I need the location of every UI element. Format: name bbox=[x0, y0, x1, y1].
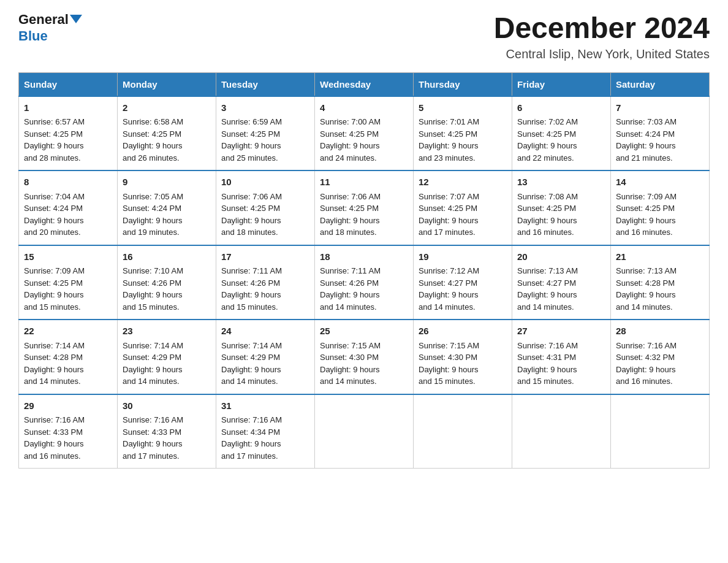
day-info: Sunrise: 6:57 AMSunset: 4:25 PMDaylight:… bbox=[24, 117, 85, 163]
table-row: 5 Sunrise: 7:01 AMSunset: 4:25 PMDayligh… bbox=[414, 96, 512, 171]
day-info: Sunrise: 7:14 AMSunset: 4:29 PMDaylight:… bbox=[123, 341, 183, 386]
day-info: Sunrise: 7:15 AMSunset: 4:30 PMDaylight:… bbox=[320, 341, 381, 386]
day-number: 29 bbox=[24, 399, 112, 413]
table-row bbox=[315, 394, 414, 469]
table-row: 16 Sunrise: 7:10 AMSunset: 4:26 PMDaylig… bbox=[118, 245, 216, 320]
day-info: Sunrise: 7:00 AMSunset: 4:25 PMDaylight:… bbox=[320, 117, 381, 163]
table-row bbox=[611, 394, 710, 469]
day-number: 12 bbox=[419, 175, 507, 190]
table-row: 24 Sunrise: 7:14 AMSunset: 4:29 PMDaylig… bbox=[216, 320, 315, 394]
day-info: Sunrise: 7:11 AMSunset: 4:26 PMDaylight:… bbox=[320, 266, 381, 312]
day-number: 9 bbox=[123, 175, 211, 190]
day-number: 10 bbox=[221, 175, 309, 190]
day-info: Sunrise: 7:12 AMSunset: 4:27 PMDaylight:… bbox=[419, 266, 479, 312]
page-header: General Blue December 2024 Central Islip… bbox=[18, 12, 710, 61]
logo-general: General bbox=[18, 12, 69, 27]
day-number: 18 bbox=[320, 250, 408, 264]
day-number: 16 bbox=[123, 250, 211, 264]
day-number: 6 bbox=[517, 101, 605, 115]
day-number: 7 bbox=[616, 101, 704, 115]
day-number: 31 bbox=[221, 399, 309, 413]
table-row: 22 Sunrise: 7:14 AMSunset: 4:28 PMDaylig… bbox=[19, 320, 118, 394]
day-info: Sunrise: 7:08 AMSunset: 4:25 PMDaylight:… bbox=[517, 192, 578, 237]
day-number: 19 bbox=[419, 250, 507, 264]
calendar-table: Sunday Monday Tuesday Wednesday Thursday… bbox=[18, 72, 710, 469]
header-tuesday: Tuesday bbox=[216, 72, 315, 96]
day-info: Sunrise: 7:13 AMSunset: 4:27 PMDaylight:… bbox=[517, 266, 578, 312]
table-row: 8 Sunrise: 7:04 AMSunset: 4:24 PMDayligh… bbox=[19, 170, 118, 245]
table-row: 31 Sunrise: 7:16 AMSunset: 4:34 PMDaylig… bbox=[216, 394, 315, 469]
day-info: Sunrise: 6:58 AMSunset: 4:25 PMDaylight:… bbox=[123, 117, 183, 163]
table-row: 9 Sunrise: 7:05 AMSunset: 4:24 PMDayligh… bbox=[118, 170, 216, 245]
day-info: Sunrise: 7:14 AMSunset: 4:28 PMDaylight:… bbox=[24, 341, 85, 386]
day-number: 14 bbox=[616, 175, 704, 190]
day-info: Sunrise: 7:06 AMSunset: 4:25 PMDaylight:… bbox=[320, 192, 381, 237]
table-row: 21 Sunrise: 7:13 AMSunset: 4:28 PMDaylig… bbox=[611, 245, 710, 320]
day-number: 21 bbox=[616, 250, 704, 264]
table-row: 18 Sunrise: 7:11 AMSunset: 4:26 PMDaylig… bbox=[315, 245, 414, 320]
day-info: Sunrise: 7:09 AMSunset: 4:25 PMDaylight:… bbox=[616, 192, 677, 237]
day-info: Sunrise: 7:16 AMSunset: 4:33 PMDaylight:… bbox=[24, 415, 85, 461]
day-info: Sunrise: 7:11 AMSunset: 4:26 PMDaylight:… bbox=[221, 266, 282, 312]
location-subtitle: Central Islip, New York, United States bbox=[494, 47, 710, 61]
day-info: Sunrise: 7:10 AMSunset: 4:26 PMDaylight:… bbox=[123, 266, 183, 312]
table-row: 6 Sunrise: 7:02 AMSunset: 4:25 PMDayligh… bbox=[512, 96, 611, 171]
table-row: 30 Sunrise: 7:16 AMSunset: 4:33 PMDaylig… bbox=[118, 394, 216, 469]
day-info: Sunrise: 7:15 AMSunset: 4:30 PMDaylight:… bbox=[419, 341, 479, 386]
calendar-week-row: 29 Sunrise: 7:16 AMSunset: 4:33 PMDaylig… bbox=[19, 394, 710, 469]
day-number: 27 bbox=[517, 324, 605, 339]
day-info: Sunrise: 7:03 AMSunset: 4:24 PMDaylight:… bbox=[616, 117, 677, 163]
calendar-week-row: 22 Sunrise: 7:14 AMSunset: 4:28 PMDaylig… bbox=[19, 320, 710, 394]
title-area: December 2024 Central Islip, New York, U… bbox=[494, 12, 710, 61]
table-row: 26 Sunrise: 7:15 AMSunset: 4:30 PMDaylig… bbox=[414, 320, 512, 394]
table-row: 15 Sunrise: 7:09 AMSunset: 4:25 PMDaylig… bbox=[19, 245, 118, 320]
day-info: Sunrise: 7:16 AMSunset: 4:34 PMDaylight:… bbox=[221, 415, 282, 461]
day-number: 20 bbox=[517, 250, 605, 264]
header-wednesday: Wednesday bbox=[315, 72, 414, 96]
table-row: 4 Sunrise: 7:00 AMSunset: 4:25 PMDayligh… bbox=[315, 96, 414, 171]
table-row bbox=[414, 394, 512, 469]
day-number: 24 bbox=[221, 324, 309, 339]
table-row: 2 Sunrise: 6:58 AMSunset: 4:25 PMDayligh… bbox=[118, 96, 216, 171]
table-row: 10 Sunrise: 7:06 AMSunset: 4:25 PMDaylig… bbox=[216, 170, 315, 245]
logo-blue-text: Blue bbox=[18, 28, 48, 44]
day-number: 4 bbox=[320, 101, 408, 115]
logo-triangle-icon bbox=[70, 15, 82, 23]
day-info: Sunrise: 7:16 AMSunset: 4:33 PMDaylight:… bbox=[123, 415, 183, 461]
table-row: 28 Sunrise: 7:16 AMSunset: 4:32 PMDaylig… bbox=[611, 320, 710, 394]
day-info: Sunrise: 7:05 AMSunset: 4:24 PMDaylight:… bbox=[123, 192, 183, 237]
calendar-week-row: 8 Sunrise: 7:04 AMSunset: 4:24 PMDayligh… bbox=[19, 170, 710, 245]
day-info: Sunrise: 7:09 AMSunset: 4:25 PMDaylight:… bbox=[24, 266, 85, 312]
day-info: Sunrise: 7:16 AMSunset: 4:31 PMDaylight:… bbox=[517, 341, 578, 386]
day-number: 15 bbox=[24, 250, 112, 264]
day-number: 13 bbox=[517, 175, 605, 190]
day-number: 3 bbox=[221, 101, 309, 115]
day-number: 1 bbox=[24, 101, 112, 115]
day-number: 30 bbox=[123, 399, 211, 413]
day-info: Sunrise: 7:06 AMSunset: 4:25 PMDaylight:… bbox=[221, 192, 282, 237]
table-row: 14 Sunrise: 7:09 AMSunset: 4:25 PMDaylig… bbox=[611, 170, 710, 245]
day-number: 26 bbox=[419, 324, 507, 339]
table-row: 3 Sunrise: 6:59 AMSunset: 4:25 PMDayligh… bbox=[216, 96, 315, 171]
day-info: Sunrise: 7:01 AMSunset: 4:25 PMDaylight:… bbox=[419, 117, 479, 163]
day-number: 2 bbox=[123, 101, 211, 115]
table-row: 12 Sunrise: 7:07 AMSunset: 4:25 PMDaylig… bbox=[414, 170, 512, 245]
table-row: 7 Sunrise: 7:03 AMSunset: 4:24 PMDayligh… bbox=[611, 96, 710, 171]
header-sunday: Sunday bbox=[19, 72, 118, 96]
day-number: 28 bbox=[616, 324, 704, 339]
table-row: 13 Sunrise: 7:08 AMSunset: 4:25 PMDaylig… bbox=[512, 170, 611, 245]
day-number: 5 bbox=[419, 101, 507, 115]
logo: General Blue bbox=[18, 12, 82, 44]
table-row: 20 Sunrise: 7:13 AMSunset: 4:27 PMDaylig… bbox=[512, 245, 611, 320]
day-info: Sunrise: 7:13 AMSunset: 4:28 PMDaylight:… bbox=[616, 266, 677, 312]
day-number: 22 bbox=[24, 324, 112, 339]
day-number: 25 bbox=[320, 324, 408, 339]
day-info: Sunrise: 6:59 AMSunset: 4:25 PMDaylight:… bbox=[221, 117, 282, 163]
day-info: Sunrise: 7:02 AMSunset: 4:25 PMDaylight:… bbox=[517, 117, 578, 163]
header-thursday: Thursday bbox=[414, 72, 512, 96]
calendar-week-row: 1 Sunrise: 6:57 AMSunset: 4:25 PMDayligh… bbox=[19, 96, 710, 171]
logo-blue: Blue bbox=[18, 28, 48, 44]
table-row bbox=[512, 394, 611, 469]
day-info: Sunrise: 7:16 AMSunset: 4:32 PMDaylight:… bbox=[616, 341, 677, 386]
table-row: 23 Sunrise: 7:14 AMSunset: 4:29 PMDaylig… bbox=[118, 320, 216, 394]
